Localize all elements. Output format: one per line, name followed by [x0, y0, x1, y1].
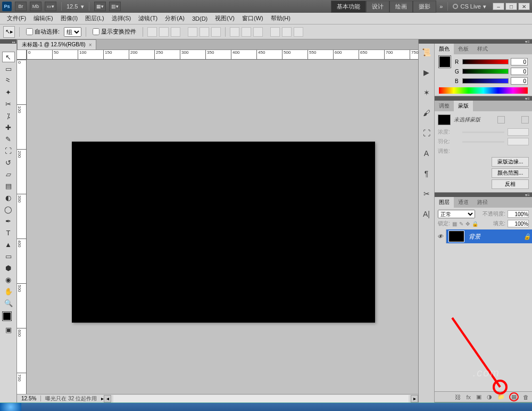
3d-tool[interactable]: ⬢ — [2, 262, 15, 273]
menu-3d[interactable]: 3D(D) — [188, 14, 211, 23]
eyedropper-tool[interactable]: ⁒ — [2, 110, 15, 121]
character-panel-icon[interactable]: A — [421, 148, 432, 159]
density-value[interactable] — [508, 128, 529, 136]
density-slider[interactable] — [462, 131, 504, 133]
menu-window[interactable]: 窗口(W) — [238, 13, 267, 23]
menu-analysis[interactable]: 分析(A) — [161, 13, 188, 23]
tools-collapse-handle[interactable] — [0, 39, 16, 44]
layer-style-icon[interactable]: fx — [466, 394, 471, 400]
menu-image[interactable]: 图像(I) — [57, 13, 81, 23]
lock-position-icon[interactable]: ✥ — [466, 221, 470, 227]
brush-presets-panel-icon[interactable]: 🖌 — [421, 108, 432, 118]
menu-filter[interactable]: 滤镜(T) — [135, 13, 161, 23]
vector-mask-icon[interactable] — [521, 116, 529, 124]
start-button[interactable] — [0, 403, 21, 411]
panel-menu-icon[interactable]: ▾≡ — [525, 96, 530, 101]
healing-brush-tool[interactable]: ✚ — [2, 122, 15, 133]
color-spectrum[interactable] — [439, 87, 528, 94]
gradient-tool[interactable]: ▤ — [2, 180, 15, 191]
close-icon[interactable]: ✕ — [518, 3, 530, 10]
os-taskbar[interactable] — [0, 402, 532, 411]
layer-visibility-icon[interactable]: 👁 — [435, 229, 446, 243]
auto-select-checkbox[interactable]: 自动选择: — [24, 28, 62, 36]
slider-g[interactable] — [462, 69, 509, 74]
shape-tool[interactable]: ▭ — [2, 251, 15, 261]
show-transform-check[interactable] — [93, 28, 99, 35]
align-left-icon[interactable] — [188, 27, 197, 37]
history-panel-icon[interactable]: 📜 — [421, 47, 432, 57]
align-hcenter-icon[interactable] — [200, 27, 209, 37]
zoom-tool[interactable]: 🔍 — [2, 298, 15, 308]
feather-value[interactable] — [508, 138, 529, 145]
ruler-vertical[interactable]: 0100200300400500600700 — [17, 60, 27, 402]
color-swatch[interactable] — [439, 56, 451, 68]
type-tool[interactable]: T — [2, 227, 15, 238]
adjustment-layer-icon[interactable]: ◑ — [487, 393, 492, 400]
brush-tool[interactable]: ✎ — [2, 134, 15, 144]
tab-layers[interactable]: 图层 — [435, 197, 454, 208]
lock-all-icon[interactable]: 🔒 — [472, 221, 478, 227]
cs-live-button[interactable]: CS Live ▾ — [450, 3, 489, 10]
feather-slider[interactable] — [462, 141, 504, 143]
workspace-painting[interactable]: 绘画 — [389, 1, 413, 13]
screen-mode-icon[interactable]: ▭▾ — [45, 2, 56, 11]
status-zoom[interactable]: 12.5% — [17, 396, 41, 401]
blur-tool[interactable]: ◐ — [2, 192, 15, 203]
align-top-icon[interactable] — [147, 27, 157, 37]
lock-pixels-icon[interactable]: ✎ — [459, 221, 463, 227]
tab-styles[interactable]: 样式 — [473, 44, 492, 54]
tab-channels[interactable]: 通道 — [454, 197, 473, 208]
tab-paths[interactable]: 路径 — [473, 197, 492, 208]
slider-b[interactable] — [462, 78, 509, 84]
layer-name[interactable]: 背景 — [467, 233, 522, 241]
menu-layer[interactable]: 图层(L) — [81, 13, 107, 23]
document-canvas[interactable] — [72, 142, 375, 323]
path-select-tool[interactable]: ▲ — [2, 239, 15, 250]
menu-edit[interactable]: 编辑(E) — [30, 13, 57, 23]
paragraph-panel-icon[interactable]: ¶ — [421, 168, 432, 179]
workspace-photography[interactable]: 摄影 — [413, 1, 436, 13]
clone-stamp-tool[interactable]: ⛶ — [2, 145, 15, 156]
dodge-tool[interactable]: ◯ — [2, 204, 15, 215]
layer-thumbnail[interactable] — [448, 231, 464, 242]
lasso-tool[interactable]: ⺀ — [2, 75, 15, 86]
launch-minibridge-icon[interactable]: Mb — [30, 2, 41, 11]
brushes-panel-icon[interactable]: ✶ — [421, 87, 432, 98]
distribute-vcenter-icon[interactable] — [242, 27, 251, 37]
workspace-design[interactable]: 设计 — [366, 1, 389, 13]
menu-help[interactable]: 帮助(H) — [267, 13, 294, 23]
link-layers-icon[interactable]: ⛓ — [455, 394, 461, 400]
input-g[interactable] — [511, 68, 528, 75]
input-b[interactable] — [511, 77, 528, 85]
quick-select-tool[interactable]: ✦ — [2, 87, 15, 97]
group-icon[interactable]: 📁 — [497, 393, 505, 400]
align-bottom-icon[interactable] — [171, 27, 180, 37]
crop-tool[interactable]: ✂ — [2, 98, 15, 109]
move-tool[interactable]: ↖ — [2, 52, 15, 62]
scroll-left-icon[interactable]: ◂ — [104, 395, 111, 402]
hand-tool[interactable]: ✋ — [2, 286, 15, 297]
invert-button[interactable]: 反相 — [492, 179, 529, 189]
auto-select-mode-select[interactable]: 组 — [64, 27, 81, 37]
actions-panel-icon[interactable]: ▶ — [421, 67, 432, 78]
slider-r[interactable] — [462, 59, 509, 64]
3d-camera-tool[interactable]: ◉ — [2, 274, 15, 285]
auto-select-check[interactable] — [26, 28, 33, 35]
launch-bridge-icon[interactable]: Br — [15, 2, 27, 11]
workspace-essentials[interactable]: 基本功能 — [331, 1, 366, 13]
delete-layer-icon[interactable]: 🗑 — [523, 394, 529, 400]
pixel-mask-icon[interactable] — [497, 116, 505, 124]
titlebar-zoom-value[interactable]: 12.5 — [66, 3, 78, 10]
horizontal-scrollbar[interactable] — [113, 395, 409, 402]
ruler-origin[interactable] — [17, 50, 27, 60]
opacity-input[interactable] — [508, 210, 529, 218]
minimize-icon[interactable]: – — [493, 3, 504, 10]
distribute-right-icon[interactable] — [294, 27, 303, 37]
ruler-horizontal[interactable]: 0501001502002503003504004505005506006507… — [27, 50, 418, 60]
new-layer-icon[interactable]: ▦ — [510, 393, 518, 400]
tab-color[interactable]: 颜色 — [435, 44, 454, 54]
quick-mask-icon[interactable]: ▣ — [2, 324, 15, 335]
color-swatches[interactable] — [3, 312, 14, 324]
menu-file[interactable]: 文件(F) — [3, 13, 30, 23]
distribute-bottom-icon[interactable] — [253, 27, 263, 37]
